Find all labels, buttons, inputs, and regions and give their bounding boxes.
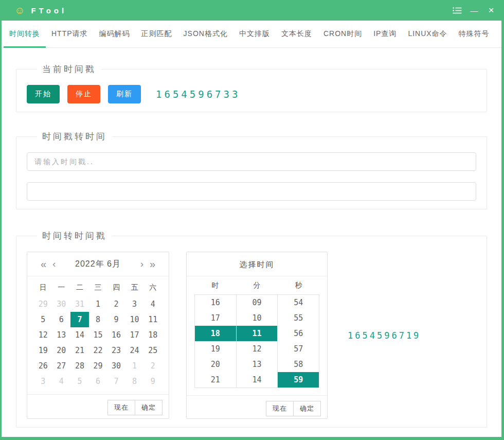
time-option-cell[interactable]: 55 (278, 310, 319, 326)
calendar-day-cell[interactable]: 11 (143, 312, 162, 327)
calendar-day-cell[interactable]: 8 (89, 312, 107, 327)
calendar-day-cell[interactable]: 7 (70, 312, 89, 327)
next-year-icon[interactable]: » (147, 259, 158, 269)
time-option-cell[interactable]: 18 (195, 326, 236, 341)
calendar-day-cell[interactable]: 25 (143, 343, 162, 358)
timestamp-input[interactable] (27, 152, 476, 171)
tab-item[interactable]: 时间转换 (4, 21, 46, 48)
time-option-cell[interactable]: 16 (195, 295, 236, 310)
section-current-timestamp: 当前时间戳 开始 停止 刷新 1654596733 (16, 63, 487, 112)
tab-item[interactable]: LINUX命令 (402, 21, 453, 48)
calendar-header: « ‹ 2022年 6月 › » (27, 252, 169, 276)
calendar-day-cell[interactable]: 3 (125, 296, 144, 312)
time-confirm-button[interactable]: 确定 (293, 401, 321, 416)
time-column-header: 时 (194, 276, 236, 294)
calendar-day-cell[interactable]: 30 (52, 296, 71, 312)
time-option-cell[interactable]: 09 (237, 295, 278, 310)
calendar-day-cell[interactable]: 30 (107, 358, 125, 374)
time-column-header: 秒 (278, 276, 319, 294)
calendar-day-cell[interactable]: 2 (107, 296, 125, 312)
tab-item[interactable]: 正则匹配 (136, 21, 178, 48)
close-icon[interactable]: × (487, 6, 496, 15)
calendar-day-cell[interactable]: 4 (143, 296, 162, 312)
time-option-cell[interactable]: 10 (237, 310, 278, 326)
calendar-weekday-label: 二 (70, 278, 89, 296)
stop-button[interactable]: 停止 (67, 85, 100, 103)
calendar-day-cell[interactable]: 10 (125, 312, 144, 327)
calendar-day-cell[interactable]: 9 (143, 374, 162, 389)
calendar-day-cell[interactable]: 26 (34, 358, 52, 374)
calendar-day-cell[interactable]: 19 (34, 343, 52, 358)
tabbar: 时间转换HTTP请求编码解码正则匹配JSON格式化中文排版文本长度CRON时间I… (2, 21, 501, 48)
tab-item[interactable]: 文本长度 (276, 21, 318, 48)
time-option-cell[interactable]: 57 (278, 341, 319, 357)
calendar-day-cell[interactable]: 13 (52, 327, 71, 343)
calendar-day-cell[interactable]: 23 (107, 343, 125, 358)
calendar-day-cell[interactable]: 29 (89, 358, 107, 374)
time-option-cell[interactable]: 17 (195, 310, 236, 326)
calendar-weekday-label: 四 (107, 278, 125, 296)
calendar-day-cell[interactable]: 15 (89, 327, 107, 343)
calendar-weekday-row: 日一二三四五六 (27, 278, 169, 296)
calendar-day-cell[interactable]: 28 (70, 358, 89, 374)
time-option-cell[interactable]: 12 (237, 341, 278, 357)
time-option-cell[interactable]: 19 (195, 341, 236, 357)
tab-item[interactable]: HTTP请求 (46, 21, 94, 48)
tab-item[interactable]: IP查询 (368, 21, 402, 48)
calendar-day-cell[interactable]: 31 (70, 296, 89, 312)
calendar-day-cell[interactable]: 4 (52, 374, 71, 389)
tab-item[interactable]: 中文排版 (233, 21, 276, 48)
titlebar: ☺ FTool — × (0, 0, 504, 21)
time-option-cell[interactable]: 21 (195, 372, 236, 388)
calendar-day-cell[interactable]: 5 (70, 374, 89, 389)
calendar-day-cell[interactable]: 9 (107, 312, 125, 327)
time-picker-title: 选择时间 (187, 252, 327, 276)
time-option-cell[interactable]: 11 (237, 326, 278, 341)
time-option-cell[interactable]: 54 (278, 295, 319, 310)
calendar-day-cell[interactable]: 21 (70, 343, 89, 358)
menu-icon[interactable] (453, 6, 462, 15)
calendar-day-cell[interactable]: 17 (125, 327, 144, 343)
refresh-button[interactable]: 刷新 (108, 85, 141, 103)
tab-item[interactable]: JSON格式化 (178, 21, 233, 48)
time-option-cell[interactable]: 59 (278, 372, 319, 388)
next-month-icon[interactable]: › (137, 259, 147, 269)
tab-item[interactable]: 编码解码 (94, 21, 136, 48)
calendar-day-cell[interactable]: 18 (143, 327, 162, 343)
calendar-day-cell[interactable]: 27 (52, 358, 71, 374)
calendar-day-cell[interactable]: 16 (107, 327, 125, 343)
time-option-cell[interactable]: 13 (237, 357, 278, 372)
calendar-now-button[interactable]: 现在 (107, 400, 135, 415)
calendar-confirm-button[interactable]: 确定 (135, 400, 163, 415)
time-picker-footer: 现在 确定 (187, 395, 327, 421)
calendar-day-cell[interactable]: 24 (125, 343, 144, 358)
converted-time-output[interactable] (27, 182, 476, 201)
calendar-day-cell[interactable]: 2 (143, 358, 162, 374)
calendar-day-cell[interactable]: 22 (89, 343, 107, 358)
app-window: ☺ FTool — × 时间转换HTTP请求编码解码正则匹配JSON格式化中文排… (0, 0, 504, 440)
calendar-day-cell[interactable]: 3 (34, 374, 52, 389)
calendar-day-cell[interactable]: 5 (34, 312, 52, 327)
time-option-cell[interactable]: 56 (278, 326, 319, 341)
calendar-day-cell[interactable]: 29 (34, 296, 52, 312)
time-option-cell[interactable]: 20 (195, 357, 236, 372)
tab-item[interactable]: 特殊符号 (453, 21, 495, 48)
calendar-day-cell[interactable]: 6 (89, 374, 107, 389)
prev-year-icon[interactable]: « (38, 259, 49, 269)
calendar-day-cell[interactable]: 8 (125, 374, 144, 389)
start-button[interactable]: 开始 (27, 85, 60, 103)
prev-month-icon[interactable]: ‹ (49, 259, 59, 269)
tab-item[interactable]: CRON时间 (318, 21, 368, 48)
time-now-button[interactable]: 现在 (266, 401, 294, 416)
minimize-icon[interactable]: — (470, 6, 479, 15)
calendar-day-cell[interactable]: 12 (34, 327, 52, 343)
time-option-cell[interactable]: 14 (237, 372, 278, 388)
calendar-day-cell[interactable]: 6 (52, 312, 71, 327)
calendar-day-cell[interactable]: 20 (52, 343, 71, 358)
calendar-day-cell[interactable]: 1 (125, 358, 144, 374)
time-option-cell[interactable]: 58 (278, 357, 319, 372)
calendar-day-cell[interactable]: 7 (107, 374, 125, 389)
calendar-day-cell[interactable]: 14 (70, 327, 89, 343)
calendar-day-cell[interactable]: 1 (89, 296, 107, 312)
time-column: 545556575859 (278, 295, 319, 388)
